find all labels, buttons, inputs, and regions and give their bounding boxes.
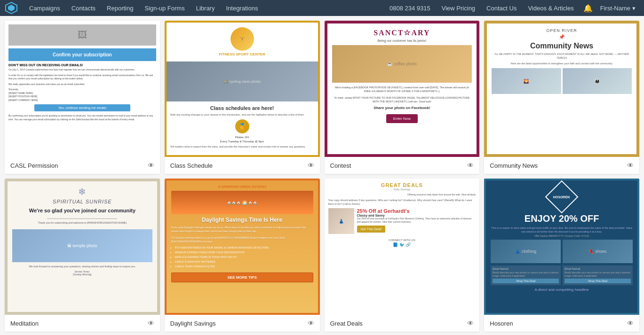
- svg-marker-1: [8, 5, 15, 11]
- chevron-down-icon: ▾: [632, 5, 636, 12]
- template-card-footer-hosoren: Hosoren 👁: [484, 315, 639, 332]
- template-card-hosoren[interactable]: HOSOREN ENJOY 20% OFF This is a coupon t…: [484, 179, 639, 332]
- template-card-footer-deals: Great Deals 👁: [325, 315, 480, 332]
- template-card-footer-community: Community News 👁: [484, 157, 639, 174]
- nav-contact-us[interactable]: Contact Us: [481, 0, 522, 16]
- notification-bell[interactable]: 🔔: [580, 4, 596, 13]
- template-card-footer-fitness: Class Schedule 👁: [165, 157, 320, 174]
- preview-eye-icon-community[interactable]: 👁: [627, 162, 634, 169]
- preview-eye-icon-fitness[interactable]: 👁: [308, 162, 314, 169]
- template-card-fitness[interactable]: 🏋 FITNESS SPORT CENTER 🚴 cycling class p…: [165, 21, 320, 174]
- template-name-meditation: Meditation: [10, 320, 39, 327]
- template-name-community: Community News: [490, 162, 538, 169]
- nav-campaigns[interactable]: Campaigns: [24, 0, 66, 16]
- template-gallery: 🖼 Confirm your subscription DON'T MISS O…: [0, 16, 644, 335]
- template-card-deals[interactable]: GREAT DEALS Daily Savings Offering exclu…: [325, 179, 480, 332]
- navigation: Campaigns Contacts Reporting Sign-up For…: [0, 0, 644, 16]
- preview-eye-icon-hosoren[interactable]: 👁: [627, 319, 634, 327]
- template-preview-hosoren: HOSOREN ENJOY 20% OFF This is a coupon t…: [484, 179, 639, 315]
- template-name-hosoren: Hosoren: [490, 320, 513, 327]
- template-card-casl[interactable]: 🖼 Confirm your subscription DON'T MISS O…: [5, 21, 160, 174]
- preview-eye-icon-casl[interactable]: 👁: [148, 162, 154, 169]
- user-menu[interactable]: First-Name ▾: [596, 5, 639, 12]
- preview-eye-icon-meditation[interactable]: 👁: [148, 319, 154, 327]
- template-preview-community: OPEN RIVER 📌 Community News I'LL BE HAPP…: [484, 21, 639, 157]
- phone-number: 0808 234 9315: [384, 5, 436, 12]
- nav-view-pricing[interactable]: View Pricing: [436, 0, 481, 16]
- template-name-daylight: Daylight Savings: [170, 320, 216, 327]
- nav-reporting[interactable]: Reporting: [101, 0, 139, 16]
- template-preview-meditation: ❄ SPIRITUAL SUNRISE We're so glad you've…: [5, 179, 160, 315]
- template-preview-daylight: ☀ SPARROW CREEK ESTATES 🏠🏠🏠 🌅 🏠🏠 Dayligh…: [165, 179, 320, 315]
- preview-eye-icon-deals[interactable]: 👁: [467, 319, 474, 327]
- preview-eye-icon-contest[interactable]: 👁: [467, 162, 474, 169]
- nav-integrations[interactable]: Integrations: [220, 0, 263, 16]
- template-card-footer-daylight: Daylight Savings 👁: [165, 315, 320, 332]
- template-card-footer-contest: Contest 👁: [325, 157, 480, 174]
- preview-eye-icon-daylight[interactable]: 👁: [308, 319, 314, 327]
- template-name-contest: Contest: [330, 162, 351, 169]
- template-card-contest[interactable]: SANCT☆ARY Being our customer has its per…: [325, 21, 480, 174]
- nav-videos-articles[interactable]: Videos & Articles: [522, 0, 579, 16]
- nav-signup-forms[interactable]: Sign-up Forms: [139, 0, 190, 16]
- template-card-footer-meditation: Meditation 👁: [5, 315, 160, 332]
- template-card-community[interactable]: OPEN RIVER 📌 Community News I'LL BE HAPP…: [484, 21, 639, 174]
- template-name-fitness: Class Schedule: [170, 162, 213, 169]
- template-card-footer-casl: CASL Permission 👁: [5, 157, 160, 174]
- template-name-casl: CASL Permission: [10, 162, 58, 169]
- template-preview-contest: SANCT☆ARY Being our customer has its per…: [325, 21, 480, 157]
- template-preview-deals: GREAT DEALS Daily Savings Offering exclu…: [325, 179, 480, 315]
- nav-library[interactable]: Library: [191, 0, 221, 16]
- logo[interactable]: [5, 1, 18, 15]
- template-card-meditation[interactable]: ❄ SPIRITUAL SUNRISE We're so glad you've…: [5, 179, 160, 332]
- template-name-deals: Great Deals: [330, 320, 363, 327]
- template-preview-casl: 🖼 Confirm your subscription DON'T MISS O…: [5, 21, 160, 157]
- template-preview-fitness: 🏋 FITNESS SPORT CENTER 🚴 cycling class p…: [165, 21, 320, 157]
- nav-contacts[interactable]: Contacts: [66, 0, 101, 16]
- template-card-daylight[interactable]: ☀ SPARROW CREEK ESTATES 🏠🏠🏠 🌅 🏠🏠 Dayligh…: [165, 179, 320, 332]
